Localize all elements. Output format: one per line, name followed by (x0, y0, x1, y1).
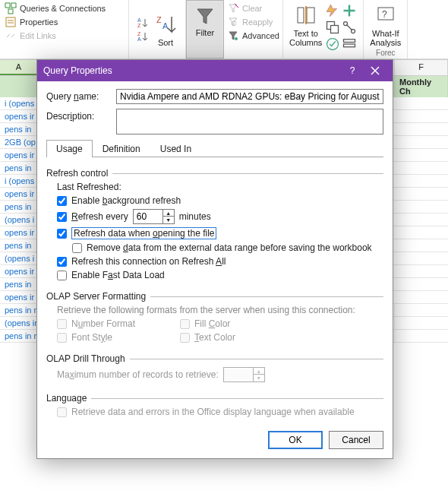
tab-usage[interactable]: Usage (46, 140, 93, 157)
reapply-btn: Reapply (227, 16, 279, 28)
filter-btn[interactable]: Filter (186, 0, 224, 59)
refresh-minutes-spinner[interactable]: ▲▼ (133, 209, 175, 224)
olap-formatting-group: OLAP Server Formatting Retrieve the foll… (46, 291, 383, 343)
cancel-button[interactable]: Cancel (329, 431, 383, 449)
description-input[interactable] (116, 109, 383, 135)
enable-bg-refresh-check[interactable] (57, 196, 67, 206)
properties-btn[interactable]: Properties (5, 16, 124, 28)
ribbon-group-queries: Queries & Connections Properties Edit Li… (0, 0, 129, 59)
refresh-on-open-check[interactable] (57, 229, 67, 239)
query-name-input[interactable] (116, 89, 383, 104)
dialog-tabs: Usage Definition Used In (46, 139, 383, 157)
svg-text:Z: Z (137, 31, 141, 36)
spin-up[interactable]: ▲ (163, 210, 174, 217)
reapply-label: Reapply (242, 17, 273, 27)
edit-links-label: Edit Links (20, 31, 56, 40)
queries-icon (5, 2, 17, 14)
ribbon-group-sort: AZ ZA ZA Sort (129, 0, 186, 59)
data-model-btn[interactable] (342, 36, 357, 52)
num-format-label: Number Format (71, 318, 135, 329)
svg-rect-24 (344, 44, 355, 47)
ribbon-group-datatools: Text to Columns (283, 0, 364, 59)
col-f[interactable]: F (395, 60, 448, 75)
funnel-icon (193, 4, 217, 28)
queries-connections-btn[interactable]: Queries & Connections (5, 2, 124, 14)
dialog-titlebar[interactable]: Query Properties ? (37, 60, 393, 81)
relationships-btn[interactable] (342, 20, 357, 35)
language-title: Language (46, 393, 87, 404)
svg-point-13 (235, 37, 238, 40)
refresh-every-check[interactable] (57, 212, 67, 222)
remove-dupes-btn[interactable] (325, 20, 340, 35)
properties-label: Properties (20, 17, 58, 27)
properties-icon (5, 16, 17, 28)
remove-ext-data-label: Remove data from the external data range… (87, 242, 372, 253)
refresh-control-title: Refresh control (46, 168, 108, 179)
clear-icon (227, 2, 239, 14)
reapply-icon (227, 16, 239, 28)
sort-desc-btn[interactable]: ZA (137, 30, 149, 43)
text-color-check (180, 333, 190, 343)
svg-rect-0 (5, 3, 10, 8)
enable-bg-refresh-label: Enable background refresh (71, 195, 181, 206)
last-refreshed-label: Last Refreshed: (57, 182, 383, 192)
svg-rect-15 (307, 8, 314, 23)
svg-rect-2 (8, 9, 13, 14)
svg-text:?: ? (382, 9, 387, 20)
svg-rect-1 (11, 3, 16, 8)
refresh-every-before: Refresh every (71, 211, 128, 222)
max-records-spinner: ▲▼ (223, 367, 265, 382)
whatif-btn[interactable]: ? What-If Analysis (370, 3, 401, 47)
help-btn[interactable]: ? (341, 62, 364, 79)
remove-ext-data-check[interactable] (72, 243, 82, 253)
svg-text:Z: Z (137, 23, 141, 28)
num-format-check (57, 319, 67, 329)
tab-definition[interactable]: Definition (93, 140, 150, 157)
max-records-label: Maximum number of records to retrieve: (57, 369, 219, 380)
whatif-label: What-If Analysis (370, 29, 401, 47)
lang-retrieve-label: Retrieve data and errors in the Office d… (71, 407, 355, 417)
ok-button[interactable]: OK (268, 431, 323, 449)
svg-text:Z: Z (156, 15, 162, 24)
svg-rect-14 (298, 8, 304, 23)
sort-label: Sort (158, 38, 173, 47)
queries-connections-label: Queries & Connections (20, 4, 106, 13)
advanced-icon (227, 30, 239, 42)
ribbon-group-filter: Filter Clear Reapply Advanced (186, 0, 283, 59)
svg-text:A: A (162, 21, 169, 30)
font-style-check (57, 333, 67, 343)
svg-text:A: A (137, 17, 141, 23)
close-btn[interactable] (364, 62, 386, 79)
text-to-columns-btn[interactable]: Text to Columns (289, 3, 322, 47)
sort-asc-btn[interactable]: AZ (137, 17, 149, 29)
text-color-label: Text Color (194, 332, 235, 343)
sort-dialog-btn[interactable]: ZA Sort (153, 12, 178, 47)
tab-used-in[interactable]: Used In (150, 140, 201, 157)
consolidate-btn[interactable] (342, 3, 357, 18)
spin-down[interactable]: ▼ (163, 217, 174, 223)
flash-fill-btn[interactable] (325, 3, 340, 18)
advanced-filter-btn[interactable]: Advanced (227, 30, 279, 42)
refresh-every-after: minutes (179, 211, 211, 222)
query-name-label: Query name: (46, 89, 116, 102)
refresh-all-check[interactable] (57, 257, 67, 267)
whatif-icon: ? (374, 3, 398, 27)
text-to-columns-icon (294, 3, 318, 27)
fast-load-label: Enable Fast Data Load (71, 270, 165, 280)
dialog-title: Query Properties (43, 65, 112, 76)
refresh-minutes-input[interactable] (134, 211, 162, 222)
description-label: Description: (46, 109, 116, 122)
olap-formatting-title: OLAP Server Formatting (46, 291, 146, 302)
refresh-control-group: Refresh control Last Refreshed: Enable b… (46, 168, 383, 280)
svg-text:A: A (137, 36, 141, 42)
fast-load-check[interactable] (57, 271, 67, 280)
close-icon (371, 66, 380, 75)
refresh-all-label: Refresh this connection on Refresh All (71, 256, 226, 267)
ribbon: Queries & Connections Properties Edit Li… (0, 0, 448, 59)
sort-icon: ZA (153, 12, 178, 36)
col-a[interactable]: A (0, 60, 38, 75)
edit-links-icon (5, 30, 17, 42)
lang-retrieve-check (57, 407, 67, 417)
ribbon-group-whatif: ? What-If Analysis Forec (364, 0, 408, 59)
data-validation-btn[interactable] (325, 36, 340, 52)
